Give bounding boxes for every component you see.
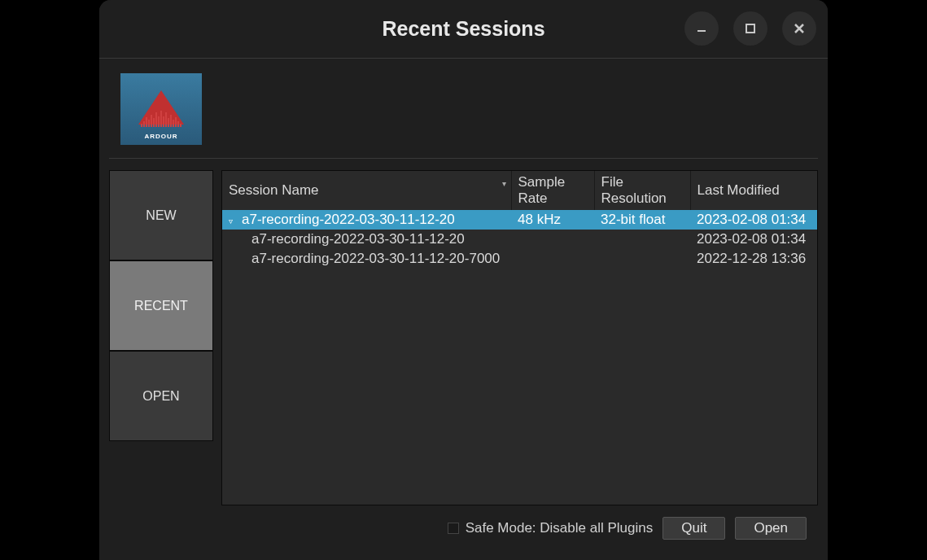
dialog-content: ARDOUR NEW RECENT OPEN Session Name ▾ [99,59,828,548]
session-name-text: a7-recording-2022-03-30-11-12-20 [242,212,455,227]
quit-button[interactable]: Quit [662,517,725,540]
safemode-label: Safe Mode: Disable all Plugins [466,520,654,536]
dialog-window: Recent Sessions ARDOUR [99,0,828,560]
minimize-icon [695,22,708,35]
table-row[interactable]: a7-recording-2022-03-30-11-12-20 2023-02… [222,230,817,249]
svg-rect-1 [746,24,754,33]
window-controls [684,11,816,46]
maximize-icon [744,22,757,35]
close-icon [793,22,806,35]
sort-descending-icon: ▾ [502,179,506,188]
recent-session-button[interactable]: RECENT [109,260,213,351]
safemode-checkbox[interactable] [448,523,459,534]
sessions-table[interactable]: Session Name ▾ Sample Rate File Resoluti… [221,170,818,505]
column-header-resolution[interactable]: File Resolution [594,171,690,210]
svg-rect-0 [697,30,706,32]
minimize-button[interactable] [684,11,719,46]
column-header-rate[interactable]: Sample Rate [511,171,594,210]
dialog-footer: Safe Mode: Disable all Plugins Quit Open [109,505,818,540]
column-header-modified[interactable]: Last Modified [690,171,817,210]
cell-sample-rate [511,230,594,249]
safemode-option[interactable]: Safe Mode: Disable all Plugins [448,520,654,536]
cell-sample-rate [511,249,594,269]
open-session-button[interactable]: OPEN [109,351,213,441]
table-row[interactable]: ▿a7-recording-2022-03-30-11-12-20 48 kHz… [222,210,817,230]
cell-last-modified: 2023-02-08 01:34 [690,210,817,230]
cell-file-resolution [594,249,690,269]
cell-last-modified: 2022-12-28 13:36 [690,249,817,269]
cell-session-name: ▿a7-recording-2022-03-30-11-12-20 [222,210,511,230]
new-session-button[interactable]: NEW [109,170,213,260]
titlebar: Recent Sessions [99,0,828,59]
logo-waveform-icon [141,111,181,127]
table-row[interactable]: a7-recording-2022-03-30-11-12-20-7000 20… [222,249,817,269]
logo-area: ARDOUR [109,73,818,159]
maximize-button[interactable] [733,11,767,46]
window-title: Recent Sessions [382,17,544,41]
open-button[interactable]: Open [735,517,807,540]
sidebar: NEW RECENT OPEN [109,170,213,505]
logo-text: ARDOUR [144,133,177,140]
cell-file-resolution [594,230,690,249]
column-header-name[interactable]: Session Name ▾ [222,171,511,210]
cell-last-modified: 2023-02-08 01:34 [690,230,817,249]
cell-file-resolution: 32-bit float [594,210,690,230]
table-header-row: Session Name ▾ Sample Rate File Resoluti… [222,171,817,210]
app-logo: ARDOUR [120,73,202,145]
expand-down-icon[interactable]: ▿ [229,217,237,225]
main-area: NEW RECENT OPEN Session Name ▾ Sample Ra… [109,170,818,505]
column-header-name-label: Session Name [229,182,319,198]
cell-session-name: a7-recording-2022-03-30-11-12-20 [222,230,511,249]
cell-sample-rate: 48 kHz [511,210,594,230]
cell-session-name: a7-recording-2022-03-30-11-12-20-7000 [222,249,511,269]
close-button[interactable] [782,11,816,46]
